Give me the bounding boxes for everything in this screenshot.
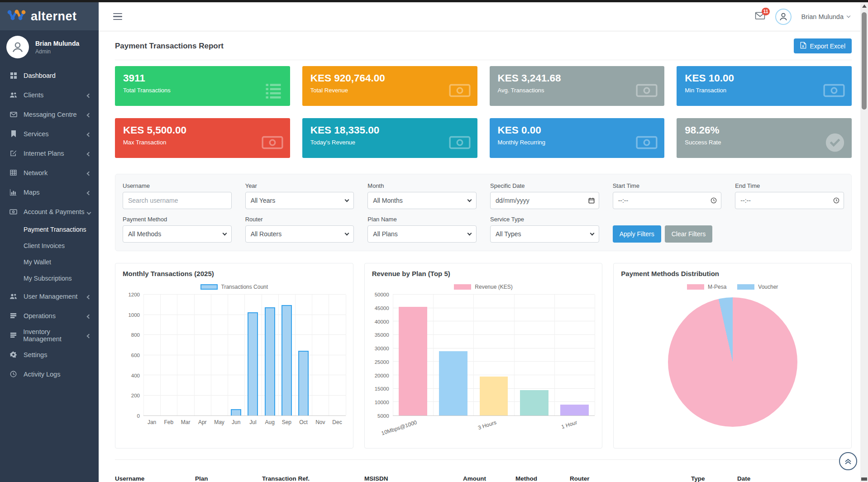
scrollbar-thumb[interactable] [862, 12, 867, 110]
clock-icon [833, 197, 839, 204]
filter-month: MonthAll Months [367, 182, 477, 209]
page-scrollbar[interactable] [860, 2, 868, 482]
page-title: Payment Transactions Report [115, 42, 224, 51]
sidebar-item-client-invoices[interactable]: Client Invoices [0, 238, 99, 254]
sidebar-item-label: My Subscriptions [24, 275, 72, 282]
stat-label: Success Rate [685, 139, 844, 146]
topbar-user-name: Brian Mulunda [801, 13, 844, 20]
sidebar-avatar [6, 36, 29, 58]
filter-service-type: Service TypeAll Types [490, 216, 599, 243]
start-time-input[interactable]: --:-- [613, 192, 722, 209]
stats-grid: 3911Total TransactionsKES 920,764.00Tota… [115, 66, 852, 158]
sidebar-item-network[interactable]: Network [0, 163, 99, 182]
end-time-input[interactable]: --:-- [735, 192, 844, 209]
sidebar-item-label: Network [24, 169, 48, 177]
sidebar-item-dashboard[interactable]: Dashboard [0, 66, 99, 85]
chart-title: Revenue by Plan (Top 5) [372, 270, 595, 277]
year-select[interactable]: All Years [245, 192, 354, 209]
clear-filters-button[interactable]: Clear Filters [665, 225, 712, 243]
username-input[interactable] [123, 192, 232, 209]
bar-3-hours [480, 377, 508, 415]
payment-method-select[interactable]: All Methods [123, 225, 232, 243]
check-circle-icon [825, 133, 845, 154]
calendar-icon [588, 197, 595, 204]
sidebar-item-activity-logs[interactable]: Activity Logs [0, 364, 99, 384]
chart-title: Payment Methods Distribution [621, 270, 844, 277]
sidebar-item-messaging-centre[interactable]: Messaging Centre [0, 105, 99, 124]
filter-buttons: Apply FiltersClear Filters [613, 216, 722, 243]
table-header-transaction-ref: Transaction Ref. [262, 475, 364, 482]
stat-label: Max Transaction [123, 139, 282, 146]
sidebar-item-payment-transactions[interactable]: Payment Transactions [0, 221, 99, 238]
topbar-avatar[interactable] [775, 9, 792, 25]
users-icon [9, 293, 18, 300]
filters-row-1: UsernameYearAll YearsMonthAll MonthsSpec… [123, 182, 844, 209]
bar-sep [281, 305, 292, 415]
menu-toggle-button[interactable] [110, 10, 125, 23]
sidebar-item-operations[interactable]: Operations [0, 306, 99, 325]
sidebar-item-internet-plans[interactable]: Internet Plans [0, 143, 99, 163]
user-menu[interactable]: Brian Mulunda [801, 13, 850, 20]
filter-payment-method: Payment MethodAll Methods [123, 216, 232, 243]
banknote-icon [635, 133, 658, 154]
filter-label: Year [245, 182, 354, 189]
service-type-select[interactable]: All Types [490, 225, 599, 243]
brand: alternet [0, 2, 99, 30]
filter-end-time: End Time--:-- [735, 182, 844, 209]
brand-logo-icon [6, 9, 27, 24]
messages-button[interactable]: 11 [755, 12, 765, 22]
charts-row: Monthly Transactions (2025)Transactions … [115, 263, 852, 449]
sidebar-user-role: Admin [35, 48, 79, 55]
stat-card-success-rate: 98.26%Success Rate [677, 118, 852, 158]
chevron-left-icon [87, 169, 91, 177]
export-excel-button[interactable]: Export Excel [794, 38, 852, 53]
chevron-left-icon [87, 150, 91, 157]
list-icon [9, 313, 18, 319]
stat-card-min-transaction: KES 10.00Min Transaction [677, 66, 852, 106]
specific-date-input[interactable]: dd/mm/yyyy [490, 192, 599, 209]
bar-10mbps-1000 [399, 307, 427, 415]
table-header-method: Method [515, 475, 570, 482]
sidebar-item-my-wallet[interactable]: My Wallet [0, 254, 99, 270]
stat-value: 98.26% [685, 124, 844, 136]
sidebar-item-inventory-management[interactable]: Inventory Management [0, 325, 99, 345]
apply-filters-button[interactable]: Apply Filters [613, 225, 661, 243]
sidebar-item-user-management[interactable]: User Management [0, 286, 99, 306]
chart-legend: Revenue (KES) [372, 284, 595, 290]
list-icon [9, 332, 17, 338]
sidebar-item-label: Payment Transactions [24, 226, 86, 233]
table-header-row: UsernamePlanTransaction Ref.MSISDNAmount… [115, 460, 852, 482]
sidebar-item-services[interactable]: Services [0, 124, 99, 143]
sidebar-item-account-payments[interactable]: Account & Payments [0, 202, 99, 221]
stat-label: Today's Revenue [310, 139, 469, 146]
chevron-left-icon [87, 130, 91, 138]
router-select[interactable]: All Routers [245, 225, 354, 243]
table-header-type: Type [691, 475, 737, 482]
table-icon [9, 170, 18, 176]
filter-label: Username [123, 182, 232, 189]
sidebar-item-my-subscriptions[interactable]: My Subscriptions [0, 270, 99, 286]
brand-name: alternet [31, 10, 77, 24]
sidebar-item-clients[interactable]: Clients [0, 85, 99, 105]
month-select[interactable]: All Months [367, 192, 477, 209]
scrollbar-up-arrow-icon[interactable] [862, 5, 867, 8]
filter-label: Router [245, 216, 354, 223]
sidebar-item-maps[interactable]: Maps [0, 182, 99, 202]
sidebar-item-label: Maps [24, 189, 39, 196]
sidebar-item-settings[interactable]: Settings [0, 345, 99, 364]
plan-name-select[interactable]: All Plans [367, 225, 477, 243]
stat-card-monthly-recurring: KES 0.00Monthly Recurring [490, 118, 665, 158]
filter-plan-name: Plan NameAll Plans [367, 216, 477, 243]
stat-card-today-s-revenue: KES 18,335.00Today's Revenue [302, 118, 477, 158]
filter-username: Username [123, 182, 232, 209]
chevron-left-icon [87, 111, 91, 118]
bar-chart-plot: 020040060080010001200 [123, 295, 346, 416]
chevron-left-icon [87, 312, 91, 320]
filter-label: Specific Date [490, 182, 599, 189]
banknote-icon [448, 133, 471, 154]
stat-label: Total Transactions [123, 87, 282, 94]
scroll-to-top-button[interactable] [839, 452, 857, 470]
sidebar-item-label: Account & Payments [24, 208, 85, 215]
banknote-icon [823, 81, 845, 102]
scrollbar-down-arrow-icon[interactable] [861, 477, 867, 481]
